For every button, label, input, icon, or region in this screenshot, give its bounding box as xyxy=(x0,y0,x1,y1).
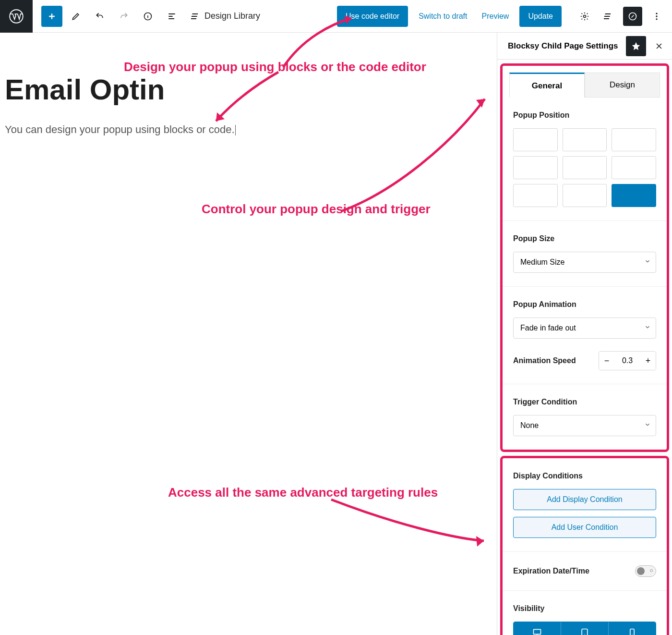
popup-position-grid xyxy=(513,128,656,207)
edit-tool-button[interactable] xyxy=(65,6,86,27)
expiration-toggle[interactable]: o xyxy=(635,565,656,577)
animation-speed-stepper[interactable]: − 0.3 + xyxy=(599,351,656,370)
stackable-icon[interactable] xyxy=(599,7,618,26)
popup-size-value: Medium Size xyxy=(520,258,564,267)
settings-sidebar: Blocksy Child Page Settings General Desi… xyxy=(497,33,672,635)
trigger-condition-select[interactable]: None xyxy=(513,415,656,436)
text-cursor xyxy=(235,125,236,135)
close-sidebar-button[interactable] xyxy=(649,36,669,56)
redo-button[interactable] xyxy=(113,6,134,27)
popup-size-select[interactable]: Medium Size xyxy=(513,252,656,273)
pos-mid-right[interactable] xyxy=(612,156,656,179)
visibility-devices xyxy=(513,622,656,635)
popup-animation-value: Fade in fade out xyxy=(520,324,576,332)
svg-rect-13 xyxy=(630,629,634,635)
chevron-down-icon xyxy=(644,421,651,430)
left-tool-icons xyxy=(33,6,182,27)
animation-speed-label: Animation Speed xyxy=(513,356,576,365)
star-button[interactable] xyxy=(626,36,646,56)
pos-mid-center[interactable] xyxy=(563,156,607,179)
top-toolbar: Design Library Use code editor Switch to… xyxy=(0,0,672,33)
visibility-label: Visibility xyxy=(513,604,656,613)
preview-button[interactable]: Preview xyxy=(478,12,513,21)
tab-general[interactable]: General xyxy=(509,73,585,98)
design-library-label: Design Library xyxy=(204,11,260,21)
chevron-down-icon xyxy=(644,324,651,332)
svg-point-5 xyxy=(656,15,657,17)
use-code-editor-button[interactable]: Use code editor xyxy=(337,6,408,27)
chevron-down-icon xyxy=(644,258,651,267)
popup-position-label: Popup Position xyxy=(513,111,656,120)
general-settings-panel: General Design Popup Position P xyxy=(500,63,669,452)
svg-point-0 xyxy=(10,10,23,23)
trigger-condition-value: None xyxy=(520,421,539,430)
add-user-condition-button[interactable]: Add User Condition xyxy=(513,517,656,538)
toggle-knob xyxy=(637,567,645,575)
popup-size-label: Popup Size xyxy=(513,234,656,243)
switch-to-draft-button[interactable]: Switch to draft xyxy=(415,12,471,21)
pos-bot-right[interactable] xyxy=(612,184,656,207)
decrement-button[interactable]: − xyxy=(599,352,614,370)
visibility-tablet[interactable] xyxy=(561,622,609,635)
annotation-3: Access all the same advanced targeting r… xyxy=(168,485,438,500)
tab-design[interactable]: Design xyxy=(585,73,660,98)
popup-animation-select[interactable]: Fade in fade out xyxy=(513,318,656,339)
annotation-2: Control your popup design and trigger xyxy=(202,202,431,217)
annotation-1: Design your popup using blocks or the co… xyxy=(124,60,426,74)
toggle-off-indicator: o xyxy=(650,567,653,573)
add-display-condition-button[interactable]: Add Display Condition xyxy=(513,489,656,510)
expiration-label: Expiration Date/Time xyxy=(513,567,589,575)
svg-point-2 xyxy=(584,15,586,17)
display-conditions-label: Display Conditions xyxy=(513,472,656,480)
undo-button[interactable] xyxy=(89,6,110,27)
popup-animation-label: Popup Animation xyxy=(513,300,656,309)
pos-mid-left[interactable] xyxy=(513,156,558,179)
editor-canvas[interactable]: Email Optin You can design your popup us… xyxy=(0,33,497,635)
info-button[interactable] xyxy=(137,6,158,27)
pos-bot-center[interactable] xyxy=(563,184,607,207)
page-body-text[interactable]: You can design your popup using blocks o… xyxy=(5,123,492,136)
visibility-mobile[interactable] xyxy=(609,622,656,635)
pos-top-center[interactable] xyxy=(563,128,607,151)
pos-bot-left[interactable] xyxy=(513,184,558,207)
visibility-desktop[interactable] xyxy=(514,622,561,635)
wordpress-logo[interactable] xyxy=(0,0,33,33)
outline-button[interactable] xyxy=(161,6,182,27)
increment-button[interactable]: + xyxy=(640,352,656,370)
targeting-settings-panel: Display Conditions Add Display Condition… xyxy=(500,456,669,635)
trigger-condition-label: Trigger Condition xyxy=(513,398,656,406)
pos-top-right[interactable] xyxy=(612,128,656,151)
svg-rect-11 xyxy=(534,629,541,634)
pos-top-left[interactable] xyxy=(513,128,558,151)
sidebar-title: Blocksy Child Page Settings xyxy=(508,41,626,51)
update-button[interactable]: Update xyxy=(519,6,562,27)
sidebar-header: Blocksy Child Page Settings xyxy=(497,33,672,60)
svg-point-4 xyxy=(656,12,657,14)
kebab-menu-icon[interactable] xyxy=(647,7,666,26)
svg-rect-12 xyxy=(582,629,588,635)
top-right-actions: Use code editor Switch to draft Preview … xyxy=(337,6,666,27)
blocksy-settings-icon[interactable] xyxy=(623,7,642,26)
svg-point-6 xyxy=(656,18,657,20)
settings-gear-icon[interactable] xyxy=(575,7,594,26)
page-title[interactable]: Email Optin xyxy=(5,73,492,106)
animation-speed-value: 0.3 xyxy=(614,356,640,365)
add-block-button[interactable] xyxy=(41,6,62,27)
design-library-button[interactable]: Design Library xyxy=(191,11,260,21)
